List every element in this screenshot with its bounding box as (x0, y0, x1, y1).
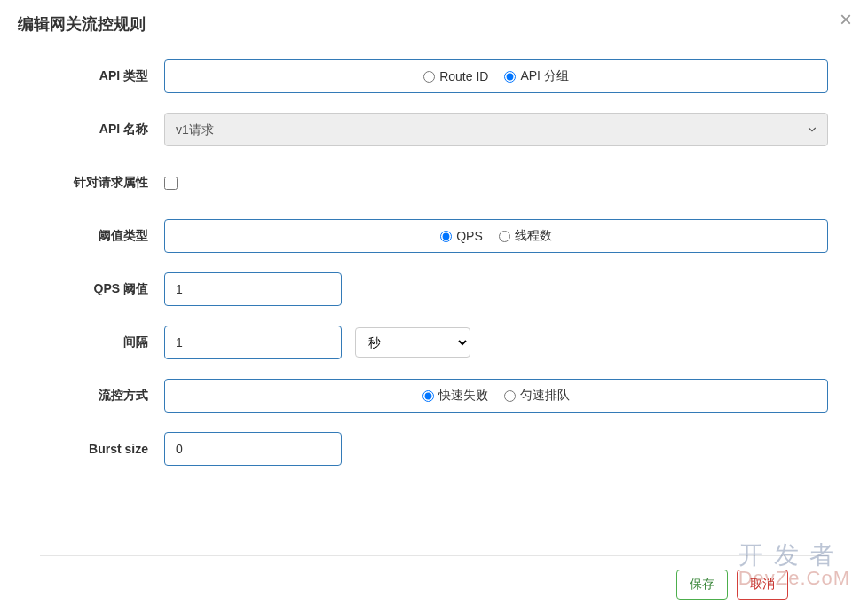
row-qps-threshold: QPS 阈值 (40, 272, 828, 306)
save-button[interactable]: 保存 (676, 570, 728, 600)
radio-input-fast-fail[interactable] (422, 390, 434, 402)
radio-input-qps[interactable] (440, 231, 452, 242)
label-interval: 间隔 (40, 334, 164, 350)
radio-group-api-type: Route ID API 分组 (164, 59, 828, 93)
radio-api-type-api-group[interactable]: API 分组 (504, 68, 568, 84)
input-qps-threshold[interactable] (164, 272, 342, 306)
row-flow-mode: 流控方式 快速失败 匀速排队 (40, 379, 828, 413)
label-request-attr: 针对请求属性 (40, 175, 164, 191)
radio-input-route-id[interactable] (423, 71, 435, 83)
row-request-attr: 针对请求属性 (40, 175, 828, 191)
row-api-type: API 类型 Route ID API 分组 (40, 59, 828, 93)
modal-header: 编辑网关流控规则 × (0, 0, 868, 42)
radio-threshold-thread[interactable]: 线程数 (499, 228, 552, 244)
modal-title: 编辑网关流控规则 (18, 13, 850, 35)
cancel-button[interactable]: 取消 (737, 570, 788, 600)
row-threshold-type: 阈值类型 QPS 线程数 (40, 219, 828, 253)
label-qps-threshold: QPS 阈值 (40, 281, 164, 297)
modal-body: API 类型 Route ID API 分组 API 名称 v (0, 42, 868, 538)
radio-input-thread[interactable] (499, 231, 510, 242)
radio-api-type-route-id[interactable]: Route ID (423, 69, 488, 83)
radio-flow-rate-limit[interactable]: 匀速排队 (504, 388, 570, 404)
checkbox-request-attr[interactable] (164, 177, 178, 190)
edit-gateway-flow-rule-modal: 编辑网关流控规则 × API 类型 Route ID API 分组 (0, 0, 868, 613)
radio-threshold-qps[interactable]: QPS (440, 229, 483, 243)
label-burst-size: Burst size (40, 442, 164, 456)
radio-flow-fast-fail[interactable]: 快速失败 (422, 388, 488, 404)
radio-input-api-group[interactable] (504, 71, 516, 83)
select-api-name[interactable]: v1请求 (164, 113, 828, 146)
modal-footer: 保存 取消 (40, 555, 828, 613)
row-burst-size: Burst size (40, 432, 828, 466)
label-api-type: API 类型 (40, 68, 164, 84)
row-api-name: API 名称 v1请求 (40, 113, 828, 146)
close-icon[interactable]: × (840, 9, 852, 30)
radio-input-rate-limit[interactable] (504, 390, 516, 402)
label-flow-mode: 流控方式 (40, 388, 164, 404)
label-api-name: API 名称 (40, 122, 164, 138)
label-threshold-type: 阈值类型 (40, 228, 164, 244)
row-interval: 间隔 秒 (40, 326, 828, 359)
radio-group-threshold-type: QPS 线程数 (164, 219, 828, 253)
input-interval[interactable] (164, 326, 342, 359)
select-interval-unit[interactable]: 秒 (355, 327, 470, 358)
input-burst-size[interactable] (164, 432, 342, 466)
radio-group-flow-mode: 快速失败 匀速排队 (164, 379, 828, 413)
